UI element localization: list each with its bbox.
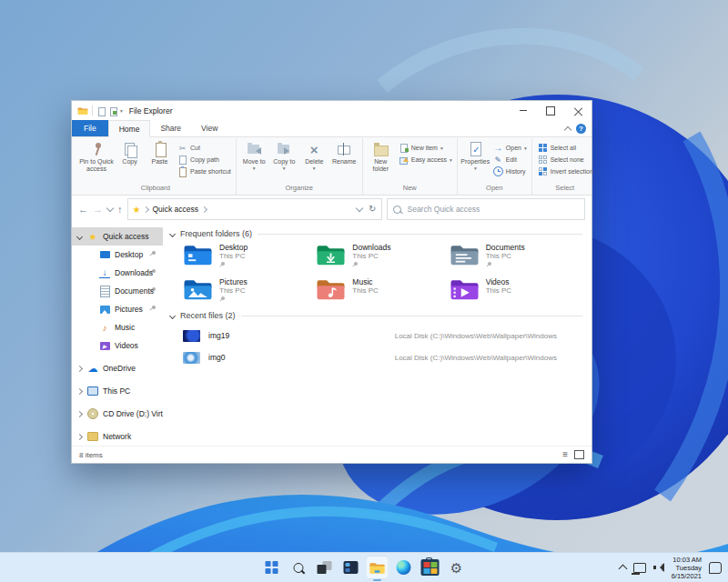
back-icon[interactable]: ← <box>78 205 88 215</box>
minimize-button[interactable] <box>510 101 537 120</box>
ribbon-group-organize: Move to ▾ Copy to ▾ × Delete ▾ <box>237 138 363 195</box>
network-icon[interactable] <box>633 563 646 573</box>
sidebar-item-this-pc[interactable]: This PC <box>72 382 163 400</box>
section-recent-files[interactable]: Recent files (2) <box>170 311 582 320</box>
titlebar: ▾ File Explorer <box>72 101 592 120</box>
sidebar-item-documents[interactable]: Documents <box>72 282 163 300</box>
status-bar: 8 items ≡ <box>72 446 592 463</box>
clock-time: 10:03 AM <box>672 556 702 564</box>
qat-customize-icon[interactable]: ▾ <box>120 108 123 114</box>
recent-locations-icon[interactable] <box>106 205 114 212</box>
breadcrumb-location[interactable]: Quick access <box>152 205 198 214</box>
breadcrumb[interactable]: ★ Quick access ↻ <box>127 198 382 220</box>
chevron-right-icon[interactable] <box>76 387 83 394</box>
properties-button[interactable]: ✓ Properties ▾ <box>460 138 490 171</box>
minimize-ribbon-icon[interactable] <box>564 125 571 133</box>
section-frequent-folders[interactable]: Frequent folders (6) <box>170 229 582 238</box>
quick-access-toolbar: ▾ <box>77 105 123 115</box>
chevron-down-icon[interactable] <box>169 230 176 236</box>
open-button[interactable]: → Open ▾ <box>493 143 527 153</box>
select-all-button[interactable]: Select all <box>538 143 593 153</box>
star-icon: ★ <box>133 205 141 215</box>
sidebar-item-music[interactable]: ♪ Music <box>72 318 163 336</box>
refresh-icon[interactable]: ↻ <box>369 205 376 214</box>
notification-center-icon[interactable] <box>709 562 722 574</box>
up-icon[interactable]: ↑ <box>117 205 123 215</box>
chevron-down-icon[interactable] <box>169 312 176 318</box>
edge-button[interactable] <box>392 556 416 579</box>
tab-share[interactable]: Share <box>150 120 191 136</box>
delete-button[interactable]: × Delete ▾ <box>299 138 329 171</box>
pictures-folder-icon <box>183 277 213 301</box>
easy-access-button[interactable]: Easy access ▾ <box>399 155 452 165</box>
copy-path-button[interactable]: Copy path <box>177 155 231 165</box>
sidebar-item-pictures[interactable]: Pictures <box>72 300 163 318</box>
new-folder-button[interactable]: New folder <box>366 138 396 173</box>
start-button[interactable] <box>260 556 284 579</box>
clock-day: Tuesday <box>672 564 702 572</box>
copy-to-button[interactable]: Copy to ▾ <box>269 138 299 171</box>
rename-button[interactable]: Rename <box>329 138 359 166</box>
tab-file[interactable]: File <box>72 120 108 136</box>
hidden-icons-chevron[interactable] <box>618 565 627 574</box>
group-label: Open <box>460 183 529 195</box>
chevron-down-icon[interactable] <box>76 233 83 239</box>
edit-button[interactable]: ✎ Edit <box>493 155 527 165</box>
search-input[interactable] <box>406 204 580 215</box>
settings-button[interactable]: ⚙ <box>445 556 469 579</box>
chevron-right-icon[interactable] <box>76 433 83 439</box>
new-item-icon <box>399 143 409 153</box>
sidebar-item-videos[interactable]: ▶ Videos <box>72 336 163 355</box>
file-explorer-taskbar-button[interactable] <box>366 556 389 579</box>
widgets-button[interactable] <box>339 556 363 579</box>
folder-tile-videos[interactable]: Videos This PC <box>450 277 582 304</box>
chevron-right-icon[interactable] <box>76 365 83 371</box>
qat-properties-icon[interactable] <box>96 106 105 115</box>
sidebar-item-cd-drive[interactable]: CD Drive (D:) Virtuall <box>72 405 163 423</box>
history-button[interactable]: History <box>493 166 527 176</box>
large-icons-view-icon[interactable] <box>574 450 584 459</box>
address-dropdown-icon[interactable] <box>356 205 363 212</box>
invert-selection-button[interactable]: Invert selection <box>538 166 593 176</box>
store-button[interactable] <box>419 556 442 579</box>
microsoft-store-icon <box>421 559 440 576</box>
taskbar-clock[interactable]: 10:03 AM Tuesday 6/15/2021 <box>672 556 702 580</box>
chevron-right-icon[interactable] <box>76 410 83 416</box>
select-none-button[interactable]: Select none <box>538 155 593 165</box>
folder-tile-music[interactable]: Music This PC <box>316 277 449 304</box>
folder-tile-pictures[interactable]: Pictures This PC <box>183 277 316 304</box>
forward-icon[interactable]: → <box>93 205 103 215</box>
folder-tile-downloads[interactable]: Downloads This PC <box>316 243 449 269</box>
new-item-button[interactable]: New item ▾ <box>399 143 452 153</box>
close-button[interactable] <box>564 101 592 120</box>
volume-icon[interactable] <box>653 563 664 572</box>
sidebar-item-quick-access[interactable]: ★ Quick access <box>72 227 163 246</box>
pin-to-quick-access-button[interactable]: Pin to Quick access <box>78 138 115 173</box>
move-to-button[interactable]: Move to ▾ <box>239 138 269 171</box>
sidebar-item-desktop[interactable]: Desktop <box>72 246 163 264</box>
recent-file-row[interactable]: img19 Local Disk (C:)\Windows\Web\Wallpa… <box>183 325 582 346</box>
taskbar-search-button[interactable] <box>287 556 310 579</box>
qat-new-folder-icon[interactable] <box>108 106 116 115</box>
tab-home[interactable]: Home <box>108 120 151 137</box>
desktop-icon <box>99 249 110 260</box>
help-icon[interactable]: ? <box>576 124 586 134</box>
folder-tile-documents[interactable]: Documents This PC <box>450 243 582 269</box>
copy-button[interactable]: Copy <box>115 138 145 166</box>
sidebar-item-downloads[interactable]: ↓ Downloads <box>72 264 163 282</box>
copy-to-icon <box>275 141 293 157</box>
paste-button[interactable]: Paste <box>145 138 175 166</box>
cut-button[interactable]: ✂ Cut <box>177 143 231 153</box>
maximize-button[interactable] <box>537 101 564 120</box>
paste-shortcut-button[interactable]: Paste shortcut <box>177 166 231 176</box>
tab-view[interactable]: View <box>191 120 228 136</box>
sidebar-item-network[interactable]: Network <box>72 427 163 446</box>
maximize-icon <box>546 106 555 115</box>
sidebar-item-onedrive[interactable]: ☁ OneDrive <box>72 359 163 377</box>
folder-tile-desktop[interactable]: Desktop This PC <box>183 243 316 269</box>
task-view-button[interactable] <box>313 556 337 579</box>
details-view-icon[interactable]: ≡ <box>562 450 568 459</box>
gear-icon: ⚙ <box>450 561 462 575</box>
recent-file-row[interactable]: img0 Local Disk (C:)\Windows\Web\Wallpap… <box>183 346 582 368</box>
invert-selection-icon <box>538 166 548 176</box>
